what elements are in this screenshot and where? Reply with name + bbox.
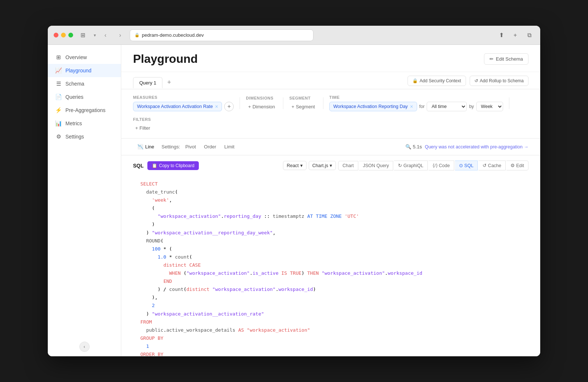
- sidebar-item-playground[interactable]: 📈 Playground: [48, 64, 121, 77]
- add-dimension-button[interactable]: + Dimension: [246, 102, 277, 111]
- segment-section: SEGMENT + Segment: [289, 96, 317, 111]
- measure-remove-button[interactable]: ×: [215, 104, 218, 109]
- url-text: pedram-demo.cubecloud.dev: [142, 32, 204, 38]
- copy-to-clipboard-button[interactable]: 📋 Copy to Clipboard: [147, 161, 199, 170]
- tab-sql[interactable]: ⊙ SQL: [455, 161, 478, 170]
- main-content: Playground ✏ Edit Schema Query 1 + 🔒: [121, 45, 540, 356]
- sidebar-collapse-button[interactable]: ‹: [79, 342, 90, 352]
- page-title: Playground: [133, 52, 198, 66]
- line-tab-label: Line: [145, 144, 154, 149]
- query-builder: MEASURES Workspace Activation Activation…: [121, 89, 540, 138]
- sync-icon: ↻: [398, 163, 402, 168]
- react-dropdown[interactable]: React ▾: [283, 161, 306, 170]
- code-line-3: 'week',: [140, 196, 521, 204]
- minimize-button[interactable]: [61, 33, 66, 37]
- code-line-7: ) "workspace_activation__reporting_day_w…: [140, 229, 521, 237]
- tab-edit[interactable]: ⚙ Edit: [506, 161, 528, 170]
- pre-agg-icon: ⚡: [55, 107, 62, 113]
- edit-schema-button[interactable]: ✏ Edit Schema: [484, 53, 528, 65]
- pivot-button[interactable]: Pivot: [182, 143, 199, 151]
- time-range-select[interactable]: All time Last 7 days Last 30 days: [427, 102, 467, 111]
- maximize-button[interactable]: [68, 33, 73, 37]
- code-line-20: GROUP BY: [140, 334, 521, 342]
- code-line-6: ): [140, 220, 521, 228]
- time-label: TIME: [329, 95, 503, 100]
- order-button[interactable]: Order: [201, 143, 219, 151]
- back-button[interactable]: ‹: [100, 30, 111, 40]
- add-rollup-label: Add Rollup to Schema: [480, 78, 524, 83]
- add-segment-label: Segment: [296, 104, 315, 109]
- segment-content: + Segment: [289, 102, 317, 111]
- forward-button[interactable]: ›: [115, 30, 125, 40]
- chart-line-icon: 📈: [55, 67, 62, 74]
- edit-cog-icon: ⚙: [510, 163, 515, 168]
- tab-chart[interactable]: Chart: [338, 161, 358, 170]
- header-actions: 🔒 Add Security Context ↺ Add Rollup to S…: [408, 76, 528, 89]
- traffic-lights: [54, 33, 73, 37]
- add-security-context-button[interactable]: 🔒 Add Security Context: [408, 76, 466, 86]
- rollup-icon: ↺: [474, 78, 478, 83]
- view-left: 📉 Line Settings: Pivot Order Li: [133, 142, 237, 151]
- grid-icon: ⊞: [55, 54, 62, 61]
- plus-filter-icon: +: [135, 125, 138, 131]
- query-tab-1[interactable]: Query 1: [133, 77, 162, 88]
- sidebar-item-overview[interactable]: ⊞ Overview: [48, 51, 121, 64]
- sidebar-item-metrics[interactable]: 📊 Metrics: [48, 117, 121, 130]
- code-line-21: 1: [140, 342, 521, 350]
- sidebar-toggle-button[interactable]: ⊞: [78, 30, 88, 40]
- code-block: SELECT date_trunc( 'week', ( "workspace_…: [133, 174, 528, 356]
- tab-line[interactable]: 📉 Line: [133, 142, 159, 151]
- tab-graphiql[interactable]: ↻ GraphiQL: [394, 161, 428, 170]
- code-line-5: "workspace_activation".reporting_day :: …: [140, 212, 521, 220]
- time-tag: Workspace Activation Reporting Day ×: [329, 102, 417, 111]
- address-bar[interactable]: 🔒 pedram-demo.cubecloud.dev: [130, 29, 313, 41]
- filters-label: FILTERS: [133, 117, 152, 122]
- limit-label: Limit: [224, 144, 234, 149]
- dimensions-section: DIMENSIONS + Dimension: [246, 96, 277, 111]
- sidebar-label-playground: Playground: [65, 68, 92, 73]
- add-rollup-button[interactable]: ↺ Add Rollup to Schema: [470, 76, 528, 86]
- time-by-label: by: [469, 104, 474, 109]
- tab-code[interactable]: ⟨/⟩ Code: [429, 161, 454, 170]
- add-segment-button[interactable]: + Segment: [289, 102, 317, 111]
- sidebar-item-settings[interactable]: ⚙ Settings: [48, 130, 121, 143]
- chevron-react-icon: ▾: [300, 163, 303, 168]
- sidebar-label-queries: Queries: [65, 94, 83, 100]
- sidebar-item-pre-aggregations[interactable]: ⚡ Pre-Aggregations: [48, 104, 121, 117]
- chartjs-dropdown[interactable]: Chart.js ▾: [309, 161, 336, 170]
- sql-label-group: SQL 📋 Copy to Clipboard: [133, 161, 199, 170]
- tab-cache[interactable]: ↺ Cache: [478, 161, 506, 170]
- view-mode-tabs: Chart JSON Query ↻ GraphiQL ⟨/⟩ Code ⊙ S…: [338, 161, 528, 170]
- duplicate-tab-icon[interactable]: ⧉: [524, 30, 534, 40]
- browser-window: ⊞ ▾ ‹ › 🔒 pedram-demo.cubecloud.dev ⬆ + …: [48, 26, 540, 356]
- sidebar-nav: ⊞ Overview 📈 Playground ☰ Schema 📄 Queri…: [48, 45, 121, 337]
- search-icon: 🔍: [405, 144, 411, 149]
- sidebar-item-queries[interactable]: 📄 Queries: [48, 90, 121, 104]
- close-button[interactable]: [54, 33, 58, 37]
- time-remove-button[interactable]: ×: [410, 104, 413, 109]
- time-tag-label: Workspace Activation Reporting Day: [333, 104, 408, 109]
- code-line-2: date_trunc(: [140, 188, 521, 196]
- order-label: Order: [204, 144, 216, 149]
- new-tab-icon[interactable]: +: [510, 30, 520, 40]
- not-accelerated-link[interactable]: Query was not accelerated with pre-aggre…: [425, 144, 528, 149]
- copy-label: Copy to Clipboard: [159, 163, 194, 168]
- sidebar-item-schema[interactable]: ☰ Schema: [48, 77, 121, 90]
- time-granularity-select[interactable]: Week Day Month: [476, 102, 503, 111]
- add-filter-label: Filter: [140, 125, 150, 131]
- measure-tag: Workspace Activation Activation Rate ×: [133, 102, 222, 111]
- dimensions-label: DIMENSIONS: [246, 96, 277, 100]
- sidebar-label-settings: Settings: [65, 134, 84, 140]
- add-query-tab-button[interactable]: +: [164, 77, 174, 87]
- add-measure-button[interactable]: +: [224, 102, 234, 111]
- chevron-down-icon[interactable]: ▾: [94, 33, 96, 38]
- tab-json-query[interactable]: JSON Query: [359, 161, 394, 170]
- perf-info: 🔍 5.1s Query was not accelerated with pr…: [405, 144, 528, 149]
- limit-button[interactable]: Limit: [221, 143, 237, 151]
- sql-mode-icon: ⊙: [459, 163, 463, 168]
- divider-1: [240, 97, 240, 109]
- sql-label: SQL: [133, 163, 144, 169]
- code-line-18: FROM: [140, 318, 521, 326]
- add-filter-button[interactable]: + Filter: [133, 124, 152, 132]
- share-icon[interactable]: ⬆: [496, 30, 506, 40]
